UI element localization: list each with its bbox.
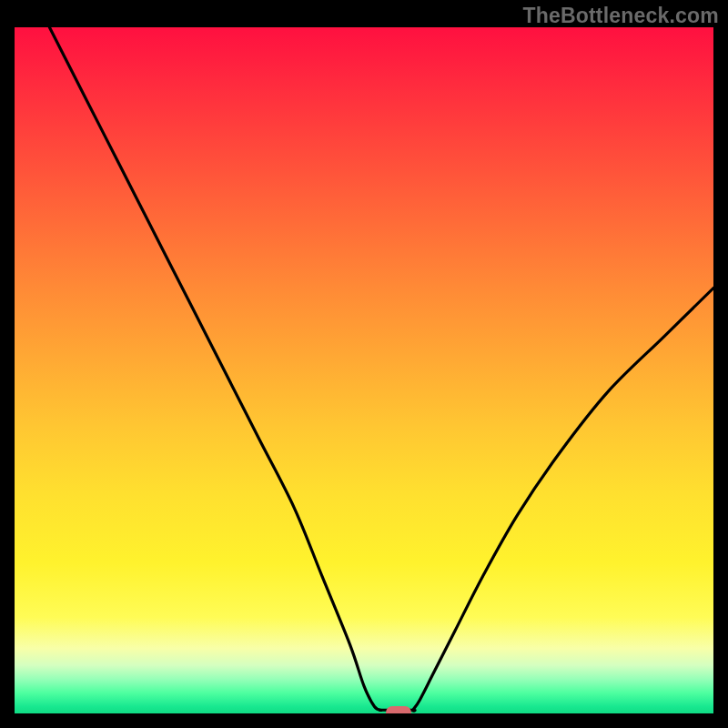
chart-frame: TheBottleneck.com	[0, 0, 728, 728]
curve-svg	[15, 27, 713, 713]
bottleneck-curve	[49, 27, 713, 711]
plot-area	[15, 27, 713, 713]
watermark-text: TheBottleneck.com	[522, 4, 719, 28]
optimum-marker	[386, 706, 411, 713]
